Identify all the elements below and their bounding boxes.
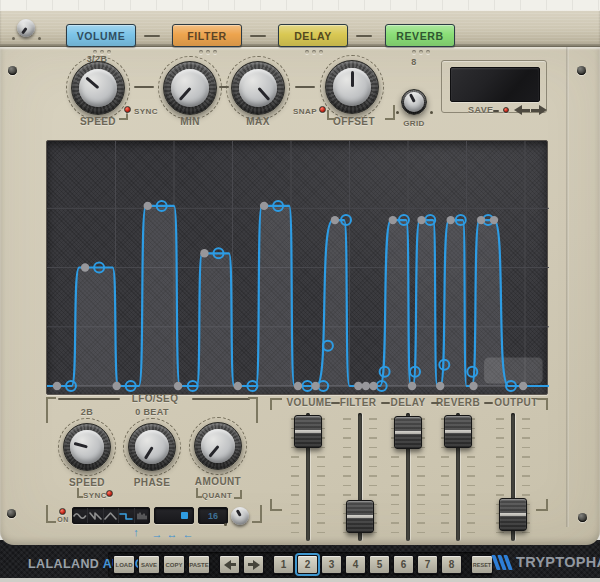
volume-slider[interactable]	[291, 410, 325, 544]
preset-6-button[interactable]: 6	[393, 555, 414, 574]
label-dash	[381, 402, 390, 404]
tab-delay[interactable]: DELAY	[278, 24, 348, 47]
slider-cap[interactable]	[294, 415, 322, 448]
lfo-amount-knob[interactable]	[194, 422, 242, 470]
preset-8-button[interactable]: 8	[441, 555, 462, 574]
lfo-sync-led[interactable]	[106, 490, 113, 497]
knob-dot	[224, 523, 227, 526]
mixer-delay-label: DELAY	[391, 397, 426, 408]
lfo-sync-label[interactable]: SYNC	[83, 491, 107, 500]
preset-2-button[interactable]: 2	[297, 555, 318, 574]
preset-4-button[interactable]: 4	[345, 555, 366, 574]
seq-mode-panel[interactable]	[154, 507, 194, 524]
arrow-left-icon[interactable]: ←	[183, 528, 194, 540]
main-panel: 3/2B 8	[0, 47, 600, 545]
tab-filter[interactable]: FILTER	[172, 24, 242, 47]
save-button[interactable]: SAVE	[138, 555, 160, 574]
offset-snap-label[interactable]: SNAP	[293, 107, 317, 116]
lfo-phase-label: PHASE	[134, 477, 170, 488]
grid-knob[interactable]	[401, 89, 427, 115]
delay-slider[interactable]	[391, 410, 425, 544]
slider-cap[interactable]	[499, 498, 527, 531]
copy-button[interactable]: COPY	[163, 555, 185, 574]
slider-cap[interactable]	[346, 500, 374, 533]
paste-button[interactable]: PASTE	[188, 555, 210, 574]
tab-filter-label: FILTER	[187, 30, 227, 42]
grid-value: 8	[411, 57, 416, 67]
label-dash	[431, 402, 440, 404]
save-next-arrow-icon[interactable]	[531, 105, 547, 115]
lfo-sequencer-display[interactable]	[46, 140, 548, 395]
screw-icon	[578, 513, 587, 522]
tab-volume[interactable]: VOLUME	[66, 24, 136, 47]
slider-cap[interactable]	[444, 415, 472, 448]
square-wave-icon[interactable]	[119, 508, 134, 523]
offset-knob[interactable]	[325, 60, 379, 114]
stop-icon[interactable]	[181, 512, 188, 519]
mixer-bracket-tl	[270, 398, 282, 410]
mixer-reverb-label: REVERB	[436, 397, 480, 408]
output-slider[interactable]	[496, 410, 530, 544]
quant-steps-box[interactable]: 16	[198, 507, 228, 524]
lfo-on-led[interactable]	[59, 508, 66, 515]
lfo-phase-value: 0 BEAT	[135, 407, 169, 417]
header-mini-knob[interactable]	[17, 19, 35, 37]
lfo-on-label: ON	[57, 516, 68, 523]
sine-wave-icon[interactable]	[73, 508, 88, 523]
reverb-slider[interactable]	[441, 410, 475, 544]
quant-mini-knob[interactable]	[229, 505, 251, 527]
reset-button[interactable]: RESET	[471, 555, 493, 574]
lfo-bracket-br	[252, 505, 262, 523]
arrow-up-icon[interactable]: ↑	[133, 526, 139, 538]
quant-label[interactable]: QUANT	[202, 491, 232, 500]
tab-delay-label: DELAY	[294, 30, 332, 42]
tab-reverb[interactable]: REVERB	[385, 24, 455, 47]
save-led[interactable]	[503, 107, 509, 113]
plugin-window: LALALAND AUDIO LOAD SAVE COPY PASTE 1 2 …	[0, 0, 600, 582]
speed-knob[interactable]	[71, 61, 125, 115]
preset-7-button[interactable]: 7	[417, 555, 438, 574]
save-label: SAVE	[468, 105, 493, 115]
lfo-header-line	[192, 398, 250, 400]
tab-reverb-label: REVERB	[396, 30, 443, 42]
preset-5-button[interactable]: 5	[369, 555, 390, 574]
mixer-filter-label: FILTER	[340, 397, 377, 408]
preset-1-button[interactable]: 1	[273, 555, 294, 574]
max-label: MAX	[246, 116, 269, 127]
vent-dots	[93, 50, 111, 54]
quant-steps-value: 16	[199, 511, 227, 521]
knob-connector	[219, 86, 229, 88]
save-display-frame: SAVE	[441, 60, 547, 113]
lfo-bracket-tr	[248, 397, 258, 423]
vent-dots	[412, 50, 430, 54]
speed-sync-led[interactable]	[124, 106, 131, 113]
arrow-both-icon[interactable]: ↔	[167, 528, 178, 540]
knob-connector	[134, 86, 154, 88]
midi-icon[interactable]	[135, 508, 149, 523]
mixer-volume-label: VOLUME	[286, 397, 331, 408]
lfo-amount-label: AMOUNT	[195, 476, 241, 487]
screw-icon	[8, 66, 17, 75]
waveform-selector[interactable]	[72, 507, 150, 524]
speed-sync-label[interactable]: SYNC	[134, 107, 158, 116]
next-preset-button[interactable]	[243, 555, 264, 574]
slider-cap[interactable]	[394, 416, 422, 449]
lfo-speed-knob[interactable]	[63, 423, 111, 471]
label-dash	[484, 402, 493, 404]
saw-wave-icon[interactable]	[88, 508, 103, 523]
host-background-bottom	[0, 578, 600, 582]
footer-buttons: LOAD SAVE COPY PASTE 1 2 3 4 5 6 7 8 RES…	[113, 555, 493, 574]
triangle-wave-icon[interactable]	[104, 508, 119, 523]
lfo-curve-svg[interactable]	[47, 141, 549, 396]
filter-slider[interactable]	[343, 410, 377, 544]
lfo-phase-knob[interactable]	[128, 423, 176, 471]
save-prev-arrow-icon[interactable]	[514, 105, 530, 115]
min-knob[interactable]	[163, 61, 217, 115]
offset-snap-led[interactable]	[319, 106, 326, 113]
arrow-right-icon[interactable]: →	[152, 528, 163, 540]
vent-dots	[199, 50, 217, 54]
prev-preset-button[interactable]	[219, 555, 240, 574]
load-button[interactable]: LOAD	[113, 555, 135, 574]
max-knob[interactable]	[231, 61, 285, 115]
preset-3-button[interactable]: 3	[321, 555, 342, 574]
